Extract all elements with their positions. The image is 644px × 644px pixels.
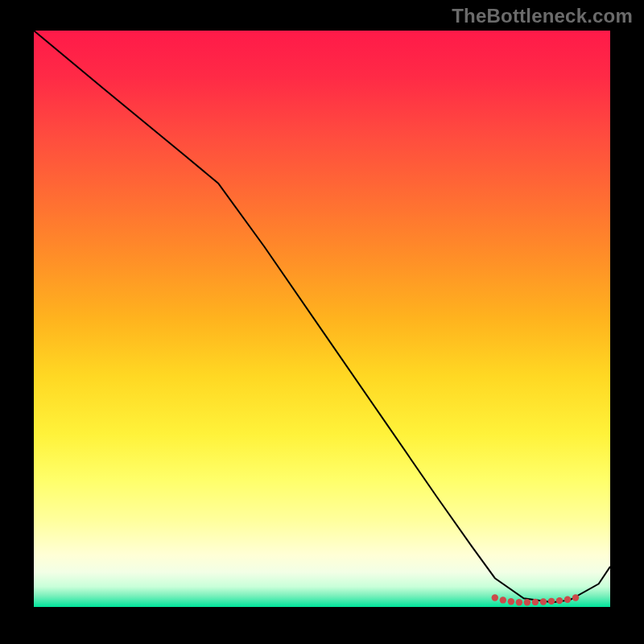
marker-dot <box>540 598 547 605</box>
marker-dot <box>572 594 579 601</box>
marker-dot <box>564 596 571 602</box>
curve-overlay <box>34 31 610 607</box>
marker-dot <box>508 598 514 605</box>
plot-area <box>34 31 610 607</box>
marker-dot <box>532 599 539 605</box>
watermark-text: TheBottleneck.com <box>452 5 633 27</box>
marker-dot <box>548 598 555 605</box>
marker-dot <box>516 599 522 605</box>
marker-dot <box>524 599 530 605</box>
chart-frame: TheBottleneck.com <box>0 0 644 644</box>
marker-dot <box>556 597 563 604</box>
marker-dot <box>492 594 498 601</box>
main-curve <box>34 31 610 602</box>
marker-dot <box>500 597 506 603</box>
